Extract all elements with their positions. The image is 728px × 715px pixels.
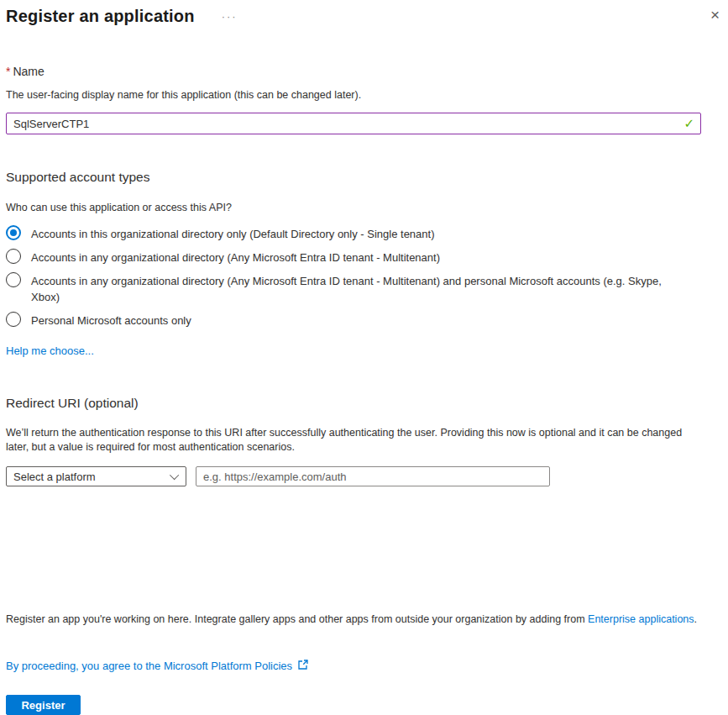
platform-select-value: Select a platform xyxy=(13,471,172,483)
register-button[interactable]: Register xyxy=(6,695,81,715)
register-note: Register an app you're working on here. … xyxy=(6,613,728,625)
radio-button-icon[interactable] xyxy=(6,312,21,327)
account-types-radio-group: Accounts in this organizational director… xyxy=(6,225,728,329)
register-note-prefix: Register an app you're working on here. … xyxy=(6,613,588,625)
name-label-text: Name xyxy=(13,65,44,78)
close-icon[interactable]: × xyxy=(710,7,720,24)
account-type-option-label: Accounts in this organizational director… xyxy=(31,225,435,242)
name-field-description: The user-facing display name for this ap… xyxy=(6,89,728,101)
enterprise-applications-link[interactable]: Enterprise applications xyxy=(588,613,694,625)
help-me-choose-link[interactable]: Help me choose... xyxy=(6,344,94,357)
redirect-uri-heading: Redirect URI (optional) xyxy=(6,396,728,411)
platform-policies-link[interactable]: By proceeding, you agree to the Microsof… xyxy=(6,660,292,672)
account-type-option-personal-only[interactable]: Personal Microsoft accounts only xyxy=(6,312,728,329)
account-type-option-label: Accounts in any organizational directory… xyxy=(31,272,668,305)
account-type-option-multitenant[interactable]: Accounts in any organizational directory… xyxy=(6,249,728,265)
account-type-option-label: Accounts in any organizational directory… xyxy=(31,249,440,265)
account-type-option-single-tenant[interactable]: Accounts in this organizational director… xyxy=(6,225,728,242)
required-asterisk: * xyxy=(6,65,10,78)
account-type-option-multitenant-personal[interactable]: Accounts in any organizational directory… xyxy=(6,272,728,305)
redirect-uri-row: Select a platform xyxy=(6,466,728,486)
radio-button-icon[interactable] xyxy=(6,225,21,240)
radio-button-icon[interactable] xyxy=(6,272,21,287)
account-types-heading: Supported account types xyxy=(6,170,728,185)
platform-select-dropdown[interactable]: Select a platform xyxy=(6,466,186,486)
name-input[interactable] xyxy=(6,113,701,134)
account-type-option-label: Personal Microsoft accounts only xyxy=(31,312,191,329)
register-note-suffix: . xyxy=(694,613,697,625)
radio-button-icon[interactable] xyxy=(6,249,21,264)
more-options-icon[interactable]: ··· xyxy=(222,10,238,23)
redirect-uri-description: We’ll return the authentication response… xyxy=(6,426,704,455)
valid-check-icon: ✓ xyxy=(683,116,694,131)
panel-header: Register an application ··· × xyxy=(6,7,728,26)
name-field-label: *Name xyxy=(6,65,728,78)
account-types-question: Who can use this application or access t… xyxy=(6,202,728,213)
name-input-wrap: ✓ xyxy=(6,113,701,134)
page-title: Register an application xyxy=(6,7,195,26)
redirect-uri-input[interactable] xyxy=(196,466,550,486)
external-link-icon xyxy=(297,659,309,673)
